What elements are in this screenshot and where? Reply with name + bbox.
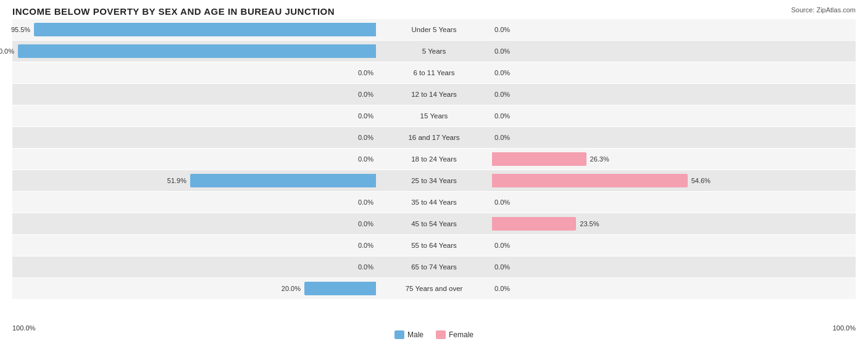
female-bar (492, 174, 688, 187)
legend-female: Female (436, 330, 474, 339)
age-label: 75 Years and over (378, 285, 490, 292)
male-value: 0.0% (358, 69, 373, 76)
female-value: 0.0% (495, 112, 510, 120)
left-section: 0.0% (12, 213, 378, 234)
chart-row: 0.0%35 to 44 Years0.0% (12, 192, 856, 213)
source-text: Source: ZipAtlas.com (791, 6, 856, 14)
male-value: 0.0% (358, 199, 373, 206)
right-section: 0.0% (490, 41, 856, 62)
chart-row: 0.0%6 to 11 Years0.0% (12, 62, 856, 83)
right-section: 0.0% (490, 62, 856, 83)
female-value: 0.0% (495, 69, 510, 76)
age-label: 15 Years (378, 112, 490, 120)
right-section: 0.0% (490, 127, 856, 148)
male-bar (190, 174, 376, 187)
right-section: 23.5% (490, 213, 856, 234)
left-section: 0.0% (12, 62, 378, 83)
female-value: 0.0% (495, 242, 510, 249)
legend-male-box (394, 330, 404, 339)
age-label: 18 to 24 Years (378, 155, 490, 163)
legend: Male Female (394, 330, 474, 339)
axis-right: 100.0% (833, 324, 856, 332)
age-label: 6 to 11 Years (378, 69, 490, 76)
female-bar (492, 217, 576, 231)
chart-row: 100.0%5 Years0.0% (12, 41, 856, 62)
left-section: 0.0% (12, 235, 378, 256)
chart-title: INCOME BELOW POVERTY BY SEX AND AGE IN B… (12, 6, 856, 17)
chart-row: 0.0%55 to 64 Years0.0% (12, 235, 856, 256)
age-label: Under 5 Years (378, 26, 490, 33)
right-section: 0.0% (490, 278, 856, 299)
legend-female-box (436, 330, 446, 339)
chart-row: 0.0%16 and 17 Years0.0% (12, 127, 856, 148)
chart-row: 0.0%45 to 54 Years23.5% (12, 213, 856, 234)
chart-row: 20.0%75 Years and over0.0% (12, 278, 856, 299)
female-value: 0.0% (495, 134, 510, 141)
male-bar (304, 282, 376, 295)
male-value: 0.0% (358, 220, 373, 227)
male-value: 0.0% (358, 155, 373, 163)
female-value: 26.3% (590, 155, 609, 163)
left-section: 0.0% (12, 127, 378, 148)
chart-row: 0.0%12 to 14 Years0.0% (12, 84, 856, 105)
left-section: 100.0% (12, 41, 378, 62)
male-value: 51.9% (167, 177, 186, 184)
left-section: 0.0% (12, 105, 378, 126)
male-bar (18, 44, 376, 58)
right-section: 0.0% (490, 105, 856, 126)
male-value: 0.0% (358, 242, 373, 249)
age-label: 55 to 64 Years (378, 242, 490, 249)
chart-area: 95.5%Under 5 Years0.0%100.0%5 Years0.0%0… (12, 19, 856, 303)
chart-row: 51.9%25 to 34 Years54.6% (12, 170, 856, 191)
left-section: 20.0% (12, 278, 378, 299)
female-value: 0.0% (495, 285, 510, 292)
left-section: 0.0% (12, 84, 378, 105)
chart-row: 0.0%18 to 24 Years26.3% (12, 149, 856, 170)
female-bar (492, 152, 586, 166)
right-section: 0.0% (490, 256, 856, 277)
male-value: 95.5% (11, 26, 30, 33)
age-label: 16 and 17 Years (378, 134, 490, 141)
right-section: 0.0% (490, 84, 856, 105)
chart-row: 0.0%65 to 74 Years0.0% (12, 256, 856, 277)
legend-female-label: Female (449, 330, 474, 339)
female-value: 0.0% (495, 91, 510, 98)
female-value: 0.0% (495, 26, 510, 33)
left-section: 0.0% (12, 192, 378, 213)
right-section: 0.0% (490, 19, 856, 40)
age-label: 12 to 14 Years (378, 91, 490, 98)
female-value: 0.0% (495, 199, 510, 206)
female-value: 54.6% (691, 177, 711, 184)
male-value: 20.0% (282, 285, 301, 292)
male-value: 0.0% (358, 134, 373, 141)
chart-row: 95.5%Under 5 Years0.0% (12, 19, 856, 40)
male-value: 0.0% (358, 91, 373, 98)
age-label: 45 to 54 Years (378, 220, 490, 227)
male-value: 0.0% (358, 112, 373, 120)
chart-row: 0.0%15 Years0.0% (12, 105, 856, 126)
left-section: 0.0% (12, 256, 378, 277)
male-value: 0.0% (358, 263, 373, 271)
legend-male-label: Male (407, 330, 424, 339)
right-section: 26.3% (490, 149, 856, 170)
age-label: 25 to 34 Years (378, 177, 490, 184)
male-bar (34, 23, 376, 36)
axis-left: 100.0% (12, 324, 35, 332)
age-label: 65 to 74 Years (378, 263, 490, 271)
right-section: 0.0% (490, 192, 856, 213)
female-value: 0.0% (495, 263, 510, 271)
female-value: 0.0% (495, 47, 510, 55)
female-value: 23.5% (580, 220, 599, 227)
male-value: 100.0% (0, 47, 14, 55)
age-label: 35 to 44 Years (378, 199, 490, 206)
left-section: 95.5% (12, 19, 378, 40)
legend-male: Male (394, 330, 424, 339)
left-section: 0.0% (12, 149, 378, 170)
age-label: 5 Years (378, 47, 490, 55)
right-section: 54.6% (490, 170, 856, 191)
chart-container: INCOME BELOW POVERTY BY SEX AND AGE IN B… (0, 0, 868, 344)
right-section: 0.0% (490, 235, 856, 256)
left-section: 51.9% (12, 170, 378, 191)
